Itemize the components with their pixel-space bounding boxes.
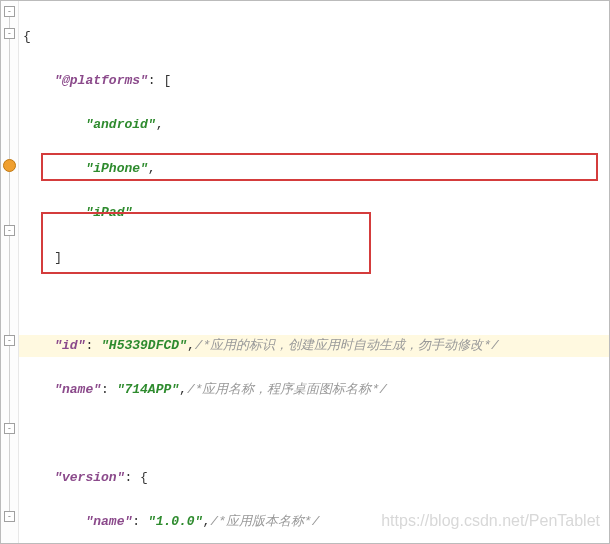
fold-icon[interactable]: - [4,423,15,434]
json-key: "version" [54,470,124,485]
json-key: "id" [54,338,85,353]
comment: /*应用版本名称*/ [210,514,319,529]
watermark: https://blog.csdn.net/PenTablet [381,507,600,534]
json-key: "@platforms" [54,73,148,88]
fold-icon[interactable]: - [4,511,15,522]
fold-icon[interactable]: - [4,6,15,17]
json-string: "714APP" [117,382,179,397]
json-string: "1.0.0" [148,514,203,529]
json-key: "name" [54,382,101,397]
json-string: "iPad" [85,205,132,220]
code-area[interactable]: { "@platforms": [ "android", "iPhone", "… [19,0,610,544]
breakpoint-marker[interactable] [3,159,16,172]
comment: /*应用的标识，创建应用时自动生成，勿手动修改*/ [195,338,499,353]
fold-icon[interactable]: - [4,335,15,346]
json-key: "name" [85,514,132,529]
fold-gutter: - - - - - - [0,0,19,544]
brace: { [23,29,31,44]
json-string: "iPhone" [85,161,147,176]
json-string: "H5339DFCD" [101,338,187,353]
comment: /*应用名称，程序桌面图标名称*/ [187,382,387,397]
code-editor: - - - - - - { "@platforms": [ "android",… [0,0,610,544]
json-string: "android" [85,117,155,132]
fold-icon[interactable]: - [4,225,15,236]
fold-icon[interactable]: - [4,28,15,39]
